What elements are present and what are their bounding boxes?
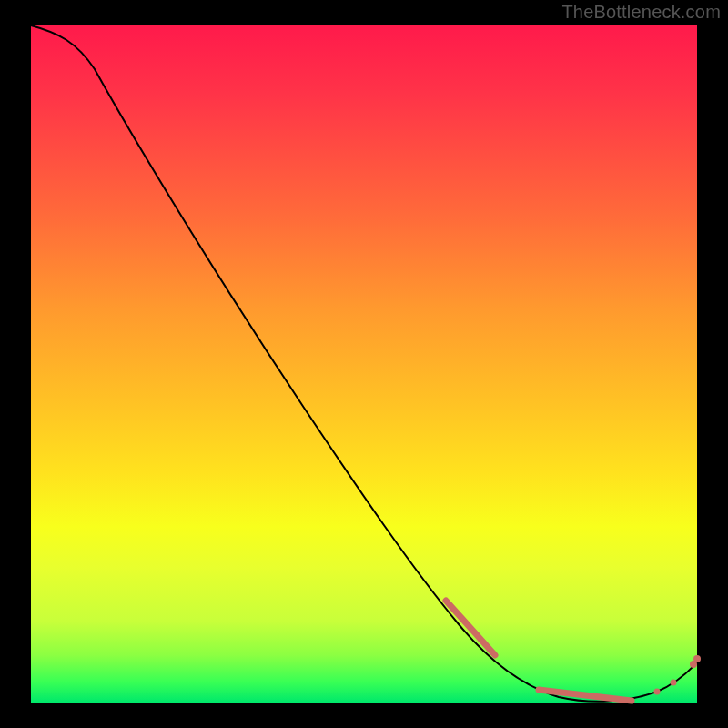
attribution-label: TheBottleneck.com — [561, 2, 721, 23]
marker-tail-2 — [671, 680, 677, 686]
plot-area — [31, 25, 697, 703]
chart-frame: TheBottleneck.com — [0, 0, 728, 728]
marker-tail-1 — [654, 689, 661, 695]
marker-tail-4 — [693, 655, 701, 662]
curve-layer — [31, 25, 697, 703]
bottleneck-curve — [31, 25, 697, 702]
marker-cluster-a — [446, 601, 495, 655]
